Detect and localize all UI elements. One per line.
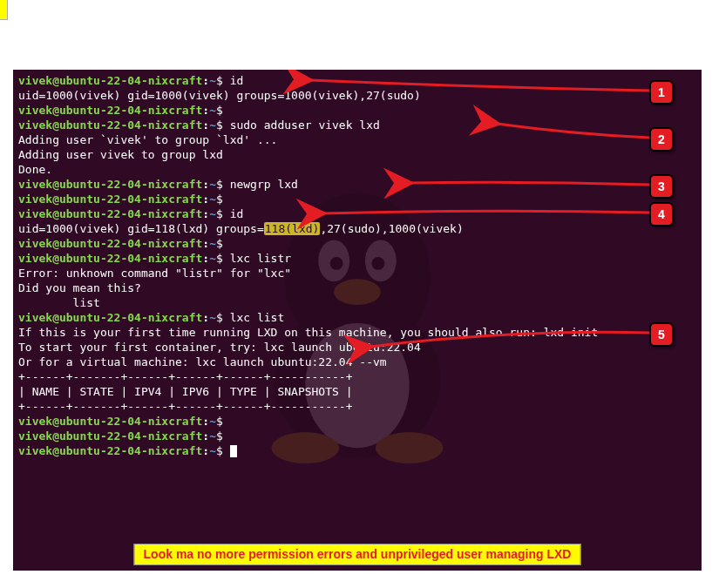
terminal-output: vivek@ubuntu-22-04-nixcraft:~$ iduid=100…: [18, 73, 696, 458]
prompt-line: vivek@ubuntu-22-04-nixcraft:~$ lxc listr: [18, 251, 696, 266]
command-text: lxc list: [230, 311, 285, 324]
annotation-badge-1: 1: [649, 80, 674, 105]
caption-banner: Look ma no more permission errors and un…: [134, 544, 581, 565]
output-line: uid=1000(vivek) gid=118(lxd) groups=118(…: [18, 221, 696, 236]
prompt-line: vivek@ubuntu-22-04-nixcraft:~$: [18, 414, 696, 429]
output-line: | NAME | STATE | IPV4 | IPV6 | TYPE | SN…: [18, 384, 696, 399]
output-line: +------+-------+------+------+------+---…: [18, 399, 696, 414]
prompt-line: vivek@ubuntu-22-04-nixcraft:~$ sudo addu…: [18, 118, 696, 132]
prompt-line: vivek@ubuntu-22-04-nixcraft:~$: [18, 103, 696, 118]
command-text: lxc listr: [230, 252, 291, 265]
annotation-badge-5: 5: [649, 322, 674, 347]
command-text: id: [230, 74, 244, 87]
output-line: Error: unknown command "listr" for "lxc": [18, 266, 696, 280]
output-line: Adding user `vivek' to group `lxd' ...: [18, 132, 696, 147]
command-text: id: [230, 207, 244, 220]
highlight-group: 118(lxd): [264, 222, 321, 235]
prompt-line: vivek@ubuntu-22-04-nixcraft:~$ id: [18, 73, 696, 88]
prompt-line: vivek@ubuntu-22-04-nixcraft:~$ lxc list: [18, 310, 696, 325]
output-line: If this is your first time running LXD o…: [18, 325, 696, 340]
caption-text: Look ma no more permission errors and un…: [144, 547, 572, 561]
prompt-line: vivek@ubuntu-22-04-nixcraft:~$: [18, 443, 696, 458]
annotation-badge-4: 4: [649, 202, 674, 226]
output-line: Adding user vivek to group lxd: [18, 147, 696, 162]
output-line: uid=1000(vivek) gid=1000(vivek) groups=1…: [18, 88, 696, 103]
terminal-window[interactable]: vivek@ubuntu-22-04-nixcraft:~$ iduid=100…: [13, 70, 702, 571]
output-line: Did you mean this?: [18, 280, 696, 295]
prompt-line: vivek@ubuntu-22-04-nixcraft:~$: [18, 429, 696, 443]
output-line: +------+-------+------+------+------+---…: [18, 369, 696, 384]
prompt-line: vivek@ubuntu-22-04-nixcraft:~$: [18, 236, 696, 251]
output-line: To start your first container, try: lxc …: [18, 340, 696, 355]
page-tab-stub: [0, 0, 8, 20]
output-line: Done.: [18, 162, 696, 177]
annotation-badge-3: 3: [649, 174, 674, 199]
output-line: Or for a virtual machine: lxc launch ubu…: [18, 355, 696, 369]
cursor: [230, 445, 237, 457]
prompt-line: vivek@ubuntu-22-04-nixcraft:~$ newgrp lx…: [18, 177, 696, 192]
annotation-badge-2: 2: [649, 127, 674, 152]
prompt-line: vivek@ubuntu-22-04-nixcraft:~$: [18, 192, 696, 206]
command-text: sudo adduser vivek lxd: [230, 118, 380, 132]
output-line: list: [18, 295, 696, 310]
prompt-line: vivek@ubuntu-22-04-nixcraft:~$ id: [18, 206, 696, 221]
command-text: newgrp lxd: [230, 178, 298, 191]
